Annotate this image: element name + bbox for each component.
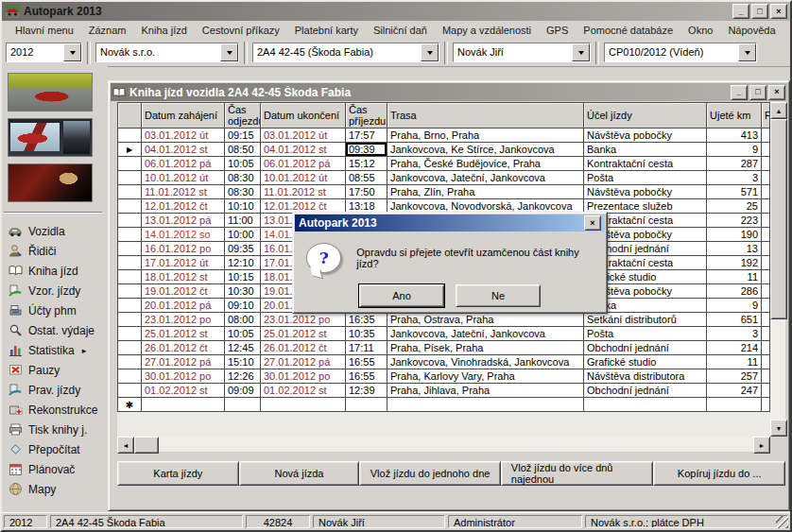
menu-kniha-jizd[interactable]: Kniha jízd — [134, 23, 195, 38]
cell-cas-odjezdu[interactable]: 08:50 — [225, 143, 261, 157]
cell-datum-ukonceni[interactable]: 11.01.2012 st — [261, 185, 346, 199]
new-record-row[interactable]: ✱ — [118, 398, 770, 412]
col-ujete-km[interactable]: Ujeté km — [707, 103, 762, 129]
col-cas-odjezdu[interactable]: Čas odjezdu — [225, 103, 261, 129]
minimize-icon[interactable]: _ — [732, 4, 749, 19]
menu-platebni-karty[interactable]: Platební karty — [287, 23, 366, 38]
cell-ujete-km[interactable]: 190 — [707, 228, 762, 242]
cell-datum-zahajeni[interactable]: 26.01.2012 čt — [142, 341, 225, 355]
menu-mapy-a-vzdalenosti[interactable]: Mapy a vzdálenosti — [435, 23, 539, 38]
maximize-icon[interactable]: □ — [749, 85, 766, 100]
cell-partial[interactable] — [762, 355, 770, 369]
chevron-down-icon[interactable] — [220, 43, 238, 61]
close-icon[interactable]: × — [770, 4, 787, 19]
scroll-up-icon[interactable]: ▲ — [770, 102, 787, 119]
cell-datum-zahajeni[interactable]: 12.01.2012 čt — [142, 199, 225, 214]
row-selector[interactable] — [118, 256, 142, 270]
vloz-jizdu-vice-dnu-button[interactable]: Vlož jízdu do více dnů najednou — [501, 461, 654, 486]
cell-cas-odjezdu[interactable]: 10:00 — [225, 228, 261, 242]
cell-datum-zahajeni[interactable]: 20.01.2012 pá — [142, 299, 225, 313]
cell-cas-odjezdu[interactable]: 12:45 — [225, 341, 261, 355]
chevron-down-icon[interactable] — [421, 43, 439, 61]
menu-gps[interactable]: GPS — [539, 23, 576, 38]
cell-datum-ukonceni[interactable]: 27.01.2012 pá — [261, 355, 346, 369]
cell-ujete-km[interactable]: 13 — [707, 242, 762, 256]
scroll-down-icon[interactable]: ▼ — [770, 420, 787, 437]
sidebar-item-kniha-jizd[interactable]: Kniha jízd — [2, 261, 108, 281]
cell-partial[interactable] — [762, 185, 770, 199]
cell-cas-odjezdu[interactable]: 10:05 — [225, 327, 261, 341]
current-row-marker[interactable]: ▶ — [118, 143, 142, 157]
cell-cas-prijezdu[interactable]: 10:35 — [346, 327, 387, 341]
row-selector[interactable] — [118, 341, 142, 355]
cell-cas-odjezdu[interactable]: 12:10 — [225, 256, 261, 270]
cell-ujete-km[interactable]: 286 — [707, 284, 762, 299]
cell-partial[interactable] — [762, 143, 770, 157]
cell-partial[interactable] — [762, 384, 770, 398]
cell-ujete-km[interactable]: 3 — [707, 171, 762, 185]
close-icon[interactable]: × — [768, 85, 785, 100]
cell-datum-ukonceni[interactable]: 25.01.2012 st — [261, 327, 346, 341]
scroll-right-icon[interactable]: ► — [753, 437, 770, 454]
cell-ucel-jizdy[interactable]: Pošta — [584, 171, 707, 185]
cell-datum-zahajeni[interactable]: 17.01.2012 út — [142, 256, 225, 270]
cell-datum-ukonceni[interactable]: 03.01.2012 út — [261, 129, 346, 143]
close-icon[interactable]: × — [584, 215, 601, 231]
sidebar-item-tisk-knihy[interactable]: Tisk knihy j. — [2, 420, 108, 439]
cell-ujete-km[interactable]: 214 — [707, 341, 762, 355]
cell-trasa[interactable]: Praha, Písek, Praha — [387, 341, 584, 355]
cell-datum-zahajeni[interactable]: 30.01.2012 po — [142, 369, 225, 384]
cell-cas-prijezdu[interactable] — [346, 398, 387, 412]
menu-zaznam[interactable]: Záznam — [81, 23, 134, 38]
sidebar-item-planovac[interactable]: Plánovač — [2, 459, 108, 479]
cell-cas-odjezdu[interactable]: 08:30 — [225, 171, 261, 185]
cell-datum-zahajeni[interactable]: 06.01.2012 pá — [142, 157, 225, 171]
col-datum-ukonceni[interactable]: Datum ukončení — [261, 103, 346, 129]
menu-napoveda[interactable]: Nápověda — [720, 23, 783, 38]
cell-ujete-km[interactable]: 413 — [707, 129, 762, 143]
horizontal-scroll-thumb[interactable] — [134, 437, 159, 454]
cell-ujete-km[interactable] — [707, 398, 762, 412]
cell-ucel-jizdy[interactable]: Pošta — [584, 327, 707, 341]
cell-cas-prijezdu[interactable]: 16:55 — [346, 355, 387, 369]
cell-ujete-km[interactable]: 9 — [707, 143, 762, 157]
menu-silnicni-dan[interactable]: Silniční daň — [366, 23, 435, 38]
row-selector[interactable] — [118, 313, 142, 327]
cell-cas-odjezdu[interactable]: 10:30 — [225, 284, 261, 299]
cell-trasa[interactable]: Praha, Ostrava, Praha — [387, 313, 584, 327]
sidebar-item-pauzy[interactable]: Pauzy — [2, 360, 108, 380]
cell-datum-zahajeni[interactable]: 25.01.2012 st — [142, 327, 225, 341]
cell-datum-zahajeni[interactable]: 18.01.2012 st — [142, 270, 225, 284]
driver-combobox[interactable]: Novák Jiří — [453, 43, 591, 62]
cell-ucel-jizdy[interactable]: Návštěva pobočky — [584, 129, 707, 143]
chevron-down-icon[interactable] — [738, 43, 756, 61]
cell-partial[interactable] — [762, 270, 770, 284]
sidebar-item-rekonstrukce[interactable]: Rekonstrukce — [2, 400, 108, 420]
horizontal-scrollbar[interactable]: ◄ ► — [117, 437, 770, 452]
cell-trasa[interactable]: Jankovcova, Jateční, Jankovcova — [387, 327, 584, 341]
cell-partial[interactable] — [762, 129, 770, 143]
chevron-down-icon[interactable] — [63, 43, 81, 61]
cell-ujete-km[interactable]: 11 — [707, 355, 762, 369]
cell-cas-odjezdu[interactable]: 10:10 — [225, 199, 261, 214]
menu-pomocne-databaze[interactable]: Pomocné databáze — [576, 23, 680, 38]
row-selector[interactable] — [118, 284, 142, 299]
cell-cas-prijezdu[interactable]: 08:55 — [346, 171, 387, 185]
maximize-icon[interactable]: □ — [751, 4, 768, 19]
cell-datum-ukonceni[interactable]: 04.01.2012 st — [261, 143, 346, 157]
cell-ujete-km[interactable]: 223 — [707, 214, 762, 228]
cell-datum-zahajeni[interactable]: 10.01.2012 út — [142, 171, 225, 185]
cell-trasa[interactable]: Praha, České Budějovice, Praha — [387, 157, 584, 171]
row-selector[interactable] — [118, 384, 142, 398]
cell-cas-odjezdu[interactable]: 09:35 — [225, 242, 261, 256]
cell-cas-odjezdu[interactable]: 08:30 — [225, 185, 261, 199]
cell-partial[interactable] — [762, 327, 770, 341]
sidebar-item-vzor-jizdy[interactable]: Vzor. jízdy — [2, 281, 108, 300]
cell-ucel-jizdy[interactable]: Návštěva pobočky — [584, 185, 707, 199]
ano-button[interactable]: Ano — [359, 284, 444, 307]
cell-partial[interactable] — [762, 214, 770, 228]
cell-ucel-jizdy[interactable]: Banka — [584, 143, 707, 157]
cell-partial[interactable] — [762, 199, 770, 214]
vloz-jizdu-jeden-den-button[interactable]: Vlož jízdu do jednoho dne — [359, 461, 501, 486]
col-trasa[interactable]: Trasa — [387, 103, 584, 129]
